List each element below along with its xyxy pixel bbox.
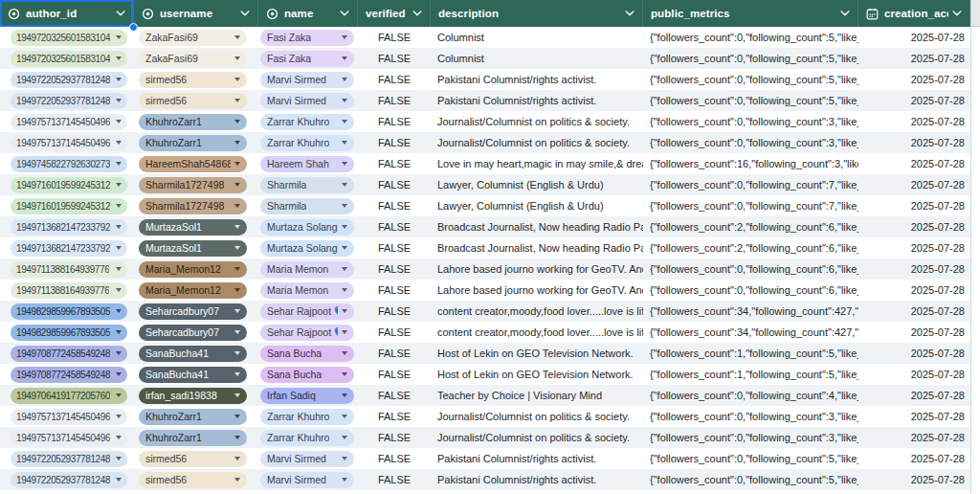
username-cell[interactable]: sirmed56 bbox=[134, 90, 258, 111]
description-cell[interactable]: Broadcast Journalist, Now heading Radio … bbox=[431, 237, 643, 258]
chip-dropdown-arrow-icon[interactable] bbox=[234, 309, 240, 313]
verified-cell[interactable]: FALSE bbox=[358, 111, 431, 132]
creation-date-cell[interactable]: 2025-07-28 bbox=[858, 48, 970, 69]
chip-dropdown-arrow-icon[interactable] bbox=[234, 246, 240, 250]
verified-cell[interactable]: FALSE bbox=[358, 448, 431, 469]
username-cell[interactable]: Sharmila1727498 bbox=[134, 174, 258, 195]
creation-date-cell[interactable]: 2025-07-28 bbox=[858, 322, 970, 343]
name-cell[interactable]: Murtaza Solangi bbox=[258, 216, 358, 237]
name-cell[interactable]: Murtaza Solangi bbox=[258, 237, 358, 258]
dropdown-chip[interactable]: ZakaFasi69 bbox=[139, 30, 247, 46]
chip-dropdown-arrow-icon[interactable] bbox=[342, 415, 347, 418]
name-cell[interactable]: Zarrar Khuhro bbox=[258, 132, 358, 153]
dropdown-chip[interactable]: Fasi Zaka bbox=[260, 51, 354, 67]
description-cell[interactable]: Host of Lekin on GEO Television Network. bbox=[431, 343, 643, 364]
chip-dropdown-arrow-icon[interactable] bbox=[342, 478, 347, 482]
chip-dropdown-arrow-icon[interactable] bbox=[234, 183, 240, 187]
creation-date-cell[interactable]: 2025-07-28 bbox=[858, 153, 970, 174]
creation-date-cell[interactable]: 2025-07-28 bbox=[858, 195, 970, 216]
username-cell[interactable]: sirmed56 bbox=[134, 448, 258, 469]
chip-dropdown-arrow-icon[interactable] bbox=[342, 393, 347, 397]
creation-date-cell[interactable]: 2025-07-28 bbox=[858, 90, 970, 111]
column-header-name[interactable]: name bbox=[258, 0, 358, 27]
verified-cell[interactable]: FALSE bbox=[358, 322, 431, 343]
verified-cell[interactable]: FALSE bbox=[358, 132, 431, 153]
chip-dropdown-arrow-icon[interactable] bbox=[234, 393, 240, 397]
verified-cell[interactable]: FALSE bbox=[358, 69, 431, 90]
description-cell[interactable]: Journalist/Columnist on politics & socie… bbox=[431, 111, 643, 132]
name-cell[interactable]: Maria Memon bbox=[258, 280, 358, 301]
chip-dropdown-arrow-icon[interactable] bbox=[116, 309, 122, 313]
verified-cell[interactable]: FALSE bbox=[358, 174, 431, 195]
author-id-cell[interactable]: 1949757137145450496 bbox=[0, 132, 134, 153]
dropdown-chip[interactable]: 1949757137145450496 bbox=[11, 430, 127, 446]
dropdown-chip[interactable]: 1949722052937781248 bbox=[11, 93, 127, 109]
name-cell[interactable]: Sharmila bbox=[258, 174, 358, 195]
chip-dropdown-arrow-icon[interactable] bbox=[342, 372, 347, 376]
author-id-cell[interactable]: 1949716019599245312 bbox=[0, 174, 134, 195]
dropdown-chip[interactable]: HareemShah54868 bbox=[139, 156, 247, 172]
public-metrics-cell[interactable]: {"followers_count":2,"following_count":6… bbox=[643, 216, 858, 237]
chip-dropdown-arrow-icon[interactable] bbox=[234, 78, 240, 81]
name-cell[interactable]: Fasi Zaka bbox=[258, 27, 358, 48]
chip-dropdown-arrow-icon[interactable] bbox=[342, 246, 347, 250]
description-cell[interactable]: Columnist bbox=[431, 27, 643, 48]
creation-date-cell[interactable]: 2025-07-28 bbox=[858, 385, 970, 406]
dropdown-chip[interactable]: 1949757137145450496 bbox=[11, 135, 127, 151]
author-id-cell[interactable]: 1949706419177205760 bbox=[0, 385, 134, 406]
username-cell[interactable]: Sharmila1727498 bbox=[134, 195, 258, 216]
author-id-cell[interactable]: 1949711388164939776 bbox=[0, 258, 134, 280]
username-cell[interactable]: HareemShah54868 bbox=[134, 153, 258, 174]
creation-date-cell[interactable]: 2025-07-28 bbox=[858, 174, 970, 195]
name-cell[interactable]: Marvi Sirmed bbox=[258, 90, 358, 111]
chip-dropdown-arrow-icon[interactable] bbox=[342, 35, 347, 39]
public-metrics-cell[interactable]: {"followers_count":0,"following_count":5… bbox=[643, 27, 858, 48]
public-metrics-cell[interactable]: {"followers_count":16,"following_count":… bbox=[643, 153, 858, 174]
author-id-cell[interactable]: 1949722052937781248 bbox=[0, 90, 134, 111]
username-cell[interactable]: ZakaFasi69 bbox=[134, 27, 258, 48]
verified-cell[interactable]: FALSE bbox=[358, 48, 431, 69]
verified-cell[interactable]: FALSE bbox=[358, 427, 431, 448]
dropdown-chip[interactable]: KhuhroZarr1 bbox=[139, 114, 247, 130]
username-cell[interactable]: Seharcadbury07 bbox=[134, 322, 258, 343]
name-cell[interactable]: Zarrar Khuhro bbox=[258, 427, 358, 448]
public-metrics-cell[interactable]: {"followers_count":0,"following_count":5… bbox=[643, 448, 858, 469]
name-cell[interactable]: Sana Bucha bbox=[258, 364, 358, 385]
name-cell[interactable]: Sehar Rajpoot 💙 bbox=[258, 322, 358, 343]
description-cell[interactable]: Pakistani Columnist/rights activist. bbox=[431, 448, 643, 469]
public-metrics-cell[interactable]: {"followers_count":0,"following_count":5… bbox=[643, 469, 858, 490]
chip-dropdown-arrow-icon[interactable] bbox=[116, 120, 122, 124]
author-id-cell[interactable]: 1949713682147233792 bbox=[0, 237, 134, 258]
dropdown-chip[interactable]: 1949713682147233792 bbox=[11, 219, 127, 236]
username-cell[interactable]: irfan_sadi19838 bbox=[134, 385, 258, 406]
author-id-cell[interactable]: 1949713682147233792 bbox=[0, 216, 134, 237]
chip-dropdown-arrow-icon[interactable] bbox=[116, 225, 122, 229]
chip-dropdown-arrow-icon[interactable] bbox=[116, 288, 122, 292]
verified-cell[interactable]: FALSE bbox=[358, 237, 431, 258]
chevron-down-icon[interactable] bbox=[116, 11, 125, 16]
dropdown-chip[interactable]: 1949722052937781248 bbox=[11, 472, 127, 488]
author-id-cell[interactable]: 1949708772458549248 bbox=[0, 364, 134, 385]
dropdown-chip[interactable]: 1949829859967893505 bbox=[11, 303, 127, 320]
chip-dropdown-arrow-icon[interactable] bbox=[342, 330, 347, 334]
username-cell[interactable]: Seharcadbury07 bbox=[134, 301, 258, 322]
name-cell[interactable]: Sehar Rajpoot 💙 bbox=[258, 301, 358, 322]
verified-cell[interactable]: FALSE bbox=[358, 195, 431, 216]
chip-dropdown-arrow-icon[interactable] bbox=[116, 415, 122, 418]
description-cell[interactable]: Love in may heart,magic in may smile,& d… bbox=[431, 153, 643, 174]
chip-dropdown-arrow-icon[interactable] bbox=[342, 267, 347, 271]
verified-cell[interactable]: FALSE bbox=[358, 385, 431, 406]
chip-dropdown-arrow-icon[interactable] bbox=[116, 436, 122, 439]
chip-dropdown-arrow-icon[interactable] bbox=[116, 204, 122, 208]
dropdown-chip[interactable]: Zarrar Khuhro bbox=[260, 114, 354, 130]
verified-cell[interactable]: FALSE bbox=[358, 301, 431, 322]
dropdown-chip[interactable]: 1949716019599245312 bbox=[11, 177, 127, 193]
column-header-username[interactable]: username bbox=[134, 0, 258, 27]
public-metrics-cell[interactable]: {"followers_count":34,"following_count":… bbox=[643, 322, 858, 343]
chip-dropdown-arrow-icon[interactable] bbox=[234, 372, 240, 376]
column-header-verified[interactable]: verified bbox=[358, 0, 431, 27]
chip-dropdown-arrow-icon[interactable] bbox=[116, 393, 122, 397]
chip-dropdown-arrow-icon[interactable] bbox=[234, 56, 240, 60]
public-metrics-cell[interactable]: {"followers_count":0,"following_count":5… bbox=[643, 69, 858, 90]
author-id-cell[interactable]: 1949720325601583104 bbox=[0, 48, 134, 69]
